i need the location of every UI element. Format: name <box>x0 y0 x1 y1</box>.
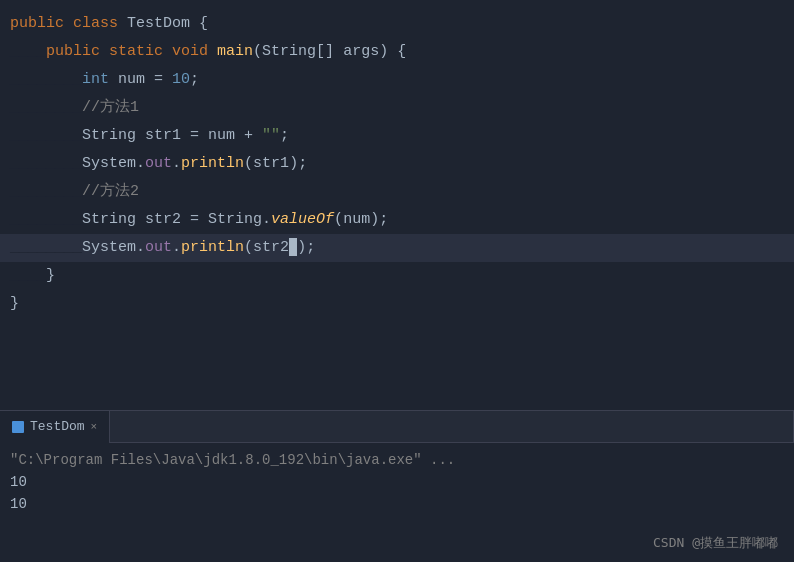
method-println1: println <box>181 150 244 178</box>
string-empty: "" <box>262 122 280 150</box>
var-str2: str2 <box>145 206 190 234</box>
console-output-line-1: 10 <box>10 471 784 493</box>
code-line-5: ________String str1 = num + ""; <box>0 122 794 150</box>
code-line-9: ________System.out.println(str2); <box>0 234 794 262</box>
keyword-class: class <box>73 10 127 38</box>
out-field: out <box>145 150 172 178</box>
console-tab-bar: TestDom × <box>0 411 794 443</box>
var-str1: str1 <box>145 122 190 150</box>
cursor <box>289 238 297 256</box>
code-line-3: ________int num = 10; <box>0 66 794 94</box>
sys-class2: System <box>82 234 136 262</box>
watermark: CSDN @摸鱼王胖嘟嘟 <box>653 534 778 552</box>
code-editor: public class TestDom { ____public static… <box>0 0 794 410</box>
keyword-public: public <box>10 10 73 38</box>
code-line-8: ________String str2 = String.valueOf(num… <box>0 206 794 234</box>
console-output: "C:\Program Files\Java\jdk1.8.0_192\bin\… <box>0 443 794 521</box>
code-line-1: public class TestDom { <box>0 10 794 38</box>
console-cmd-line: "C:\Program Files\Java\jdk1.8.0_192\bin\… <box>10 449 784 471</box>
comment-1: //方法1 <box>82 94 139 122</box>
method-println2: println <box>181 234 244 262</box>
tab-close-button[interactable]: × <box>91 421 98 433</box>
classname: TestDom <box>127 10 199 38</box>
var-num: num <box>118 66 154 94</box>
code-line-11: } <box>0 290 794 318</box>
code-line-6: ________System.out.println(str1); <box>0 150 794 178</box>
comment-2: //方法2 <box>82 178 139 206</box>
keyword-int: int <box>82 66 118 94</box>
code-line-10: ____} <box>0 262 794 290</box>
type-string: String <box>262 38 316 66</box>
out-field2: out <box>145 234 172 262</box>
method-valueof: valueOf <box>271 206 334 234</box>
keyword-void: void <box>172 38 217 66</box>
tab-label: TestDom <box>30 419 85 434</box>
type-string3: String <box>82 206 145 234</box>
sys-class: System <box>82 150 136 178</box>
type-string4: String <box>208 206 262 234</box>
tab-icon <box>12 421 24 433</box>
method-main: main <box>217 38 253 66</box>
keyword-public2: public <box>46 38 109 66</box>
console-output-line-2: 10 <box>10 493 784 515</box>
code-line-7: ________//方法2 <box>0 178 794 206</box>
code-line-4: ________//方法1 <box>0 94 794 122</box>
code-line-2: ____public static void main(String[] arg… <box>0 38 794 66</box>
type-string2: String <box>82 122 145 150</box>
console-tab[interactable]: TestDom × <box>0 411 110 443</box>
keyword-static: static <box>109 38 172 66</box>
number-10: 10 <box>172 66 190 94</box>
